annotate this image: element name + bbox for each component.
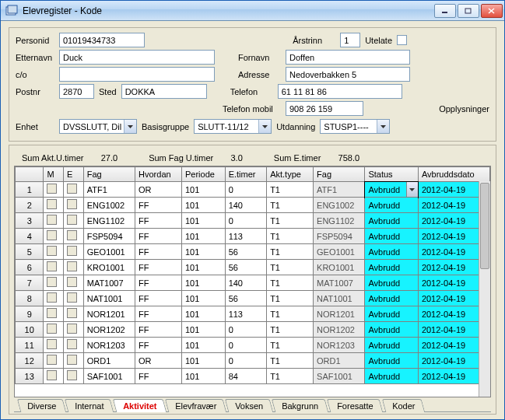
fag-cell[interactable]: FSP5094 [83,229,135,244]
e-cell[interactable] [64,244,84,260]
e-cell[interactable] [64,260,84,275]
hvordan-cell[interactable]: OR [135,353,182,369]
data-grid[interactable]: MEFagHvordanPeriodeE.timerAkt.typeFagSta… [14,166,491,397]
fag-cell[interactable]: ENG1002 [83,198,135,213]
m-checkbox[interactable] [47,277,57,287]
chevron-down-icon[interactable] [406,182,418,197]
e-checkbox[interactable] [67,261,77,271]
e-cell[interactable] [64,291,84,306]
fag2-cell[interactable]: ORD1 [314,353,365,369]
table-row[interactable]: 11NOR1203FF1010T1NOR1203Avbrudd2012-04-1… [16,338,490,353]
co-field[interactable] [59,67,215,82]
e-checkbox[interactable] [67,215,77,225]
m-cell[interactable] [44,369,64,384]
column-header[interactable]: Hvordan [135,167,182,182]
table-row[interactable]: 7MAT1007FF101140T1MAT1007Avbrudd2012-04-… [16,275,490,291]
fag2-cell[interactable]: KRO1001 [314,260,365,275]
status-cell[interactable]: Avbrudd [365,275,418,291]
column-header[interactable]: Avbruddsdato [418,167,489,182]
hvordan-cell[interactable]: FF [135,260,182,275]
fag-cell[interactable]: MAT1007 [83,275,135,291]
m-checkbox[interactable] [47,355,57,365]
minimize-button[interactable] [434,4,456,18]
hvordan-cell[interactable]: FF [135,291,182,306]
fag2-cell[interactable]: ATF1 [314,182,365,198]
m-cell[interactable] [44,198,64,213]
column-header[interactable]: M [44,167,64,182]
fag-cell[interactable]: KRO1001 [83,260,135,275]
fag2-cell[interactable]: SAF1001 [314,369,365,384]
etimer-cell[interactable]: 113 [225,229,267,244]
status-cell[interactable]: Avbrudd [365,260,418,275]
periode-cell[interactable]: 101 [181,338,225,353]
m-checkbox[interactable] [47,230,57,240]
fag2-cell[interactable]: FSP5094 [314,229,365,244]
fag2-cell[interactable]: NOR1202 [314,322,365,338]
m-checkbox[interactable] [47,339,57,349]
etimer-cell[interactable]: 84 [225,369,267,384]
sted-field[interactable] [121,84,207,99]
e-cell[interactable] [64,182,84,198]
telefon-mobil-field[interactable] [286,101,363,116]
etimer-cell[interactable]: 56 [225,260,267,275]
e-checkbox[interactable] [67,277,77,287]
akttype-cell[interactable]: T1 [267,369,314,384]
postnr-field[interactable] [59,84,94,99]
table-row[interactable]: 9NOR1201FF101113T1NOR1201Avbrudd2012-04-… [16,306,490,322]
table-row[interactable]: 1ATF1OR1010T1ATF1Avbrudd2012-04-19 [16,182,490,198]
akttype-cell[interactable]: T1 [267,275,314,291]
chevron-down-icon[interactable] [124,120,136,133]
periode-cell[interactable]: 101 [181,213,225,229]
e-checkbox[interactable] [67,308,77,318]
hvordan-cell[interactable]: FF [135,275,182,291]
akttype-cell[interactable]: T1 [267,306,314,322]
tab-elevfravær[interactable]: Elevfravær [165,399,227,412]
hvordan-cell[interactable]: FF [135,229,182,244]
akttype-cell[interactable]: T1 [267,338,314,353]
enhet-combo[interactable] [59,119,137,134]
fag2-cell[interactable]: ENG1102 [314,213,365,229]
tab-voksen[interactable]: Voksen [225,399,274,412]
status-cell[interactable]: Avbrudd [365,369,418,384]
m-cell[interactable] [44,229,64,244]
m-checkbox[interactable] [47,199,57,209]
m-cell[interactable] [44,338,64,353]
periode-cell[interactable]: 101 [181,291,225,306]
maximize-button[interactable] [458,4,479,18]
m-checkbox[interactable] [47,246,57,256]
hvordan-cell[interactable]: FF [135,322,182,338]
hvordan-cell[interactable]: FF [135,369,182,384]
chevron-down-icon[interactable] [377,120,389,133]
column-header[interactable]: Status [365,167,418,182]
e-checkbox[interactable] [67,230,77,240]
akttype-cell[interactable]: T1 [267,198,314,213]
table-row[interactable]: 2ENG1002FF101140T1ENG1002Avbrudd2012-04-… [16,198,490,213]
status-cell[interactable]: Avbrudd [365,353,418,369]
m-checkbox[interactable] [47,184,57,194]
etimer-cell[interactable]: 56 [225,244,267,260]
table-row[interactable]: 6KRO1001FF10156T1KRO1001Avbrudd2012-04-1… [16,260,490,275]
periode-cell[interactable]: 101 [181,198,225,213]
e-checkbox[interactable] [67,324,77,334]
personid-field[interactable] [59,33,145,47]
m-checkbox[interactable] [47,215,57,225]
periode-cell[interactable]: 101 [181,260,225,275]
column-header[interactable]: Fag [314,167,365,182]
m-checkbox[interactable] [47,324,57,334]
etimer-cell[interactable]: 113 [225,306,267,322]
fag-cell[interactable]: NOR1203 [83,338,135,353]
e-cell[interactable] [64,213,84,229]
akttype-cell[interactable]: T1 [267,260,314,275]
table-row[interactable]: 5GEO1001FF10156T1GEO1001Avbrudd2012-04-1… [16,244,490,260]
hvordan-cell[interactable]: FF [135,244,182,260]
column-header[interactable]: Periode [181,167,225,182]
basisgruppe-combo[interactable] [194,119,272,134]
status-cell[interactable]: Avbrudd [365,213,418,229]
hvordan-cell[interactable]: FF [135,213,182,229]
e-checkbox[interactable] [67,370,77,380]
akttype-cell[interactable]: T1 [267,229,314,244]
fag-cell[interactable]: ENG1102 [83,213,135,229]
fag2-cell[interactable]: NOR1203 [314,338,365,353]
m-cell[interactable] [44,322,64,338]
table-row[interactable]: 4FSP5094FF101113T1FSP5094Avbrudd2012-04-… [16,229,490,244]
